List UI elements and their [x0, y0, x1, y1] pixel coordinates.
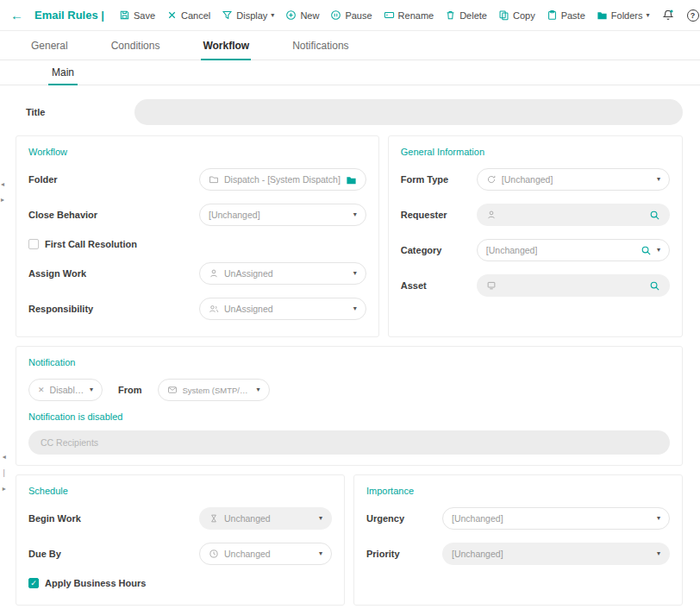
tab-workflow[interactable]: Workflow: [201, 31, 251, 60]
rename-button[interactable]: Rename: [384, 9, 434, 21]
back-button[interactable]: ←: [10, 8, 23, 22]
filter-icon: [222, 9, 233, 21]
chevron-down-icon: ▾: [353, 305, 357, 312]
refresh-icon: [486, 174, 497, 185]
title-input[interactable]: [134, 99, 683, 125]
splitter-bar-icon[interactable]: ❘: [1, 469, 8, 477]
clock-icon: [209, 549, 219, 559]
asset-row: Asset: [401, 274, 670, 297]
responsibility-row: Responsibility UnAssigned ▾: [28, 298, 366, 320]
close-behavior-select[interactable]: [Unchanged] ▾: [199, 204, 366, 226]
notification-status-select[interactable]: ✕ Disabled ▾: [28, 379, 103, 401]
responsibility-label: Responsibility: [28, 304, 199, 314]
asset-field: [477, 274, 670, 297]
trash-icon: [445, 9, 456, 21]
search-icon[interactable]: [641, 245, 652, 256]
assign-work-select[interactable]: UnAssigned ▾: [199, 262, 366, 285]
tab-general[interactable]: General: [29, 31, 70, 60]
schedule-card: Schedule Begin Work Unchanged ▾ Due By U…: [16, 474, 345, 606]
due-by-label: Due By: [28, 549, 199, 559]
chevron-down-icon: ▾: [646, 12, 649, 19]
assign-work-row: Assign Work UnAssigned ▾: [28, 262, 366, 285]
business-hours-row: ✓ Apply Business Hours: [28, 578, 332, 588]
tab-conditions[interactable]: Conditions: [109, 31, 162, 60]
copy-icon: [498, 9, 509, 21]
chevron-down-icon: ▾: [353, 270, 357, 277]
due-by-select[interactable]: Unchanged ▾: [199, 543, 332, 565]
title-row: Title: [16, 99, 683, 125]
chevron-down-icon: ▾: [90, 386, 93, 393]
general-information-heading: General Information: [401, 147, 670, 157]
form-content: Title Workflow Folder Dispatch - [System…: [0, 85, 700, 609]
paste-icon: [547, 9, 558, 21]
chevron-down-icon: ▾: [657, 176, 660, 183]
priority-select: [Unchanged] ▾: [442, 543, 670, 565]
collapse-left-icon[interactable]: ◂: [1, 181, 4, 188]
form-type-label: Form Type: [401, 174, 477, 185]
save-button[interactable]: Save: [119, 9, 155, 21]
tab-notifications[interactable]: Notifications: [291, 31, 350, 60]
priority-label: Priority: [366, 549, 442, 559]
collapse-right-icon[interactable]: ▸: [1, 197, 4, 204]
panel-splitter-bottom[interactable]: ◂ ❘ ▸: [1, 454, 8, 493]
delete-button[interactable]: Delete: [445, 9, 487, 21]
collapse-right-icon[interactable]: ▸: [3, 486, 6, 493]
toolbar: ← Email Rules | Save Cancel Display ▾ Ne…: [0, 0, 700, 31]
notification-disabled-note: Notification is disabled: [28, 411, 670, 422]
schedule-heading: Schedule: [28, 486, 332, 496]
form-type-select[interactable]: [Unchanged] ▾: [477, 168, 670, 191]
new-icon: [285, 9, 297, 21]
general-information-card: General Information Form Type [Unchanged…: [388, 135, 683, 337]
urgency-select[interactable]: [Unchanged] ▾: [442, 507, 670, 530]
person-icon: [486, 210, 497, 220]
pause-button[interactable]: Pause: [330, 9, 372, 21]
workflow-heading: Workflow: [28, 147, 366, 157]
importance-card: Importance Urgency [Unchanged] ▾ Priorit…: [353, 474, 683, 606]
begin-work-label: Begin Work: [28, 513, 199, 524]
panel-splitter-top[interactable]: ◂ ▸: [1, 181, 4, 204]
category-row: Category [Unchanged] ▾: [401, 239, 670, 261]
subtab-main[interactable]: Main: [48, 60, 78, 85]
copy-button[interactable]: Copy: [498, 9, 535, 21]
due-by-row: Due By Unchanged ▾: [28, 543, 332, 565]
search-icon[interactable]: [649, 210, 660, 221]
display-button[interactable]: Display ▾: [222, 9, 274, 21]
notification-controls: ✕ Disabled ▾ From System (SMTP/POP3) ▾: [28, 379, 670, 401]
folder-label: Folder: [28, 174, 199, 185]
hourglass-icon: [209, 513, 219, 524]
folders-button[interactable]: Folders ▾: [597, 9, 650, 21]
chevron-down-icon: ▾: [271, 12, 274, 19]
category-field[interactable]: [Unchanged] ▾: [477, 239, 670, 261]
requester-label: Requester: [401, 210, 477, 220]
help-button[interactable]: ?: [687, 9, 699, 22]
page-title: Email Rules |: [34, 9, 104, 22]
business-hours-checkbox[interactable]: ✓: [28, 578, 39, 588]
requester-row: Requester: [401, 204, 670, 226]
notifications-bell-button[interactable]: [661, 9, 675, 22]
responsibility-select[interactable]: UnAssigned ▾: [199, 298, 366, 320]
new-button[interactable]: New: [285, 9, 319, 21]
collapse-left-icon[interactable]: ◂: [3, 454, 6, 461]
assign-work-label: Assign Work: [28, 268, 199, 279]
from-label: From: [118, 385, 142, 395]
chevron-down-icon: ▾: [657, 247, 660, 254]
bell-icon: [661, 9, 675, 22]
asset-device-icon: [486, 280, 497, 291]
rename-icon: [384, 9, 395, 21]
business-hours-label: Apply Business Hours: [45, 578, 146, 588]
folder-open-icon[interactable]: [346, 174, 357, 185]
paste-button[interactable]: Paste: [547, 9, 585, 21]
from-select[interactable]: System (SMTP/POP3) ▾: [158, 379, 270, 401]
chevron-down-icon: ▾: [353, 211, 357, 218]
chevron-down-icon: ▾: [319, 550, 322, 557]
first-call-checkbox[interactable]: [28, 239, 39, 249]
folder-outline-icon: [209, 174, 219, 185]
person-icon: [209, 268, 219, 279]
subtab-bar: Main: [0, 60, 700, 85]
cancel-button[interactable]: Cancel: [166, 9, 210, 21]
cancel-icon: [166, 9, 178, 21]
search-icon[interactable]: [649, 280, 660, 292]
notification-card: Notification ✕ Disabled ▾ From System (S…: [16, 346, 683, 466]
folder-field[interactable]: Dispatch - [System Dispatch]: [199, 168, 366, 191]
pause-icon: [330, 9, 341, 21]
